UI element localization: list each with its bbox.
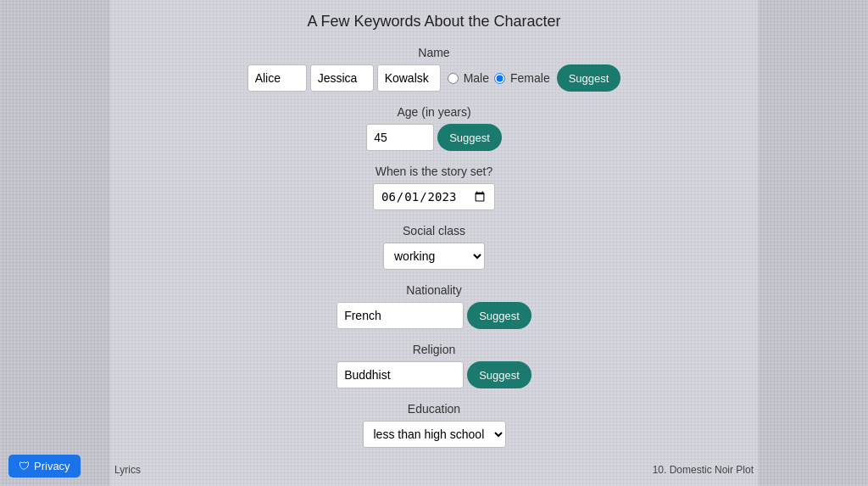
- age-row: Suggest: [366, 124, 502, 151]
- gender-radio-group: Male Female: [448, 71, 550, 85]
- male-label: Male: [464, 71, 489, 85]
- education-row: less than high school high school some c…: [363, 421, 506, 448]
- male-radio[interactable]: [448, 73, 459, 84]
- story-date-label: When is the story set?: [376, 165, 493, 178]
- education-label: Education: [408, 402, 460, 416]
- education-section: Education less than high school high sch…: [127, 402, 741, 448]
- religion-row: Suggest: [337, 361, 531, 388]
- privacy-button[interactable]: 🛡 Privacy: [8, 455, 81, 478]
- social-class-select[interactable]: lower working middle upper-middle upper: [383, 243, 485, 270]
- bottom-right-text: 10. Domestic Noir Plot: [653, 464, 754, 476]
- religion-section: Religion Suggest: [127, 343, 741, 388]
- nationality-suggest-button[interactable]: Suggest: [467, 302, 531, 329]
- first-name-input[interactable]: [248, 64, 307, 92]
- religion-input[interactable]: [337, 361, 464, 388]
- age-input[interactable]: [366, 124, 434, 151]
- female-label: Female: [510, 71, 550, 85]
- female-radio[interactable]: [494, 73, 505, 84]
- right-panel: [758, 0, 868, 486]
- age-section: Age (in years) Suggest: [127, 105, 741, 151]
- name-section: Name Male Female Suggest: [127, 46, 741, 92]
- name-label: Name: [418, 46, 449, 59]
- shield-icon: 🛡: [19, 460, 30, 472]
- education-select[interactable]: less than high school high school some c…: [363, 421, 506, 448]
- lyrics-text: Lyrics: [114, 464, 141, 476]
- story-date-section: When is the story set?: [127, 165, 741, 210]
- age-label: Age (in years): [397, 105, 470, 119]
- social-class-label: Social class: [403, 224, 465, 237]
- story-date-row: [373, 183, 495, 210]
- story-date-input[interactable]: [373, 183, 495, 210]
- age-suggest-button[interactable]: Suggest: [437, 124, 502, 151]
- name-suggest-button[interactable]: Suggest: [557, 64, 621, 92]
- left-panel: [0, 0, 110, 486]
- social-class-row: lower working middle upper-middle upper: [383, 243, 485, 270]
- page-title: A Few Keywords About the Character: [307, 13, 560, 31]
- nationality-section: Nationality Suggest: [127, 283, 741, 329]
- religion-label: Religion: [413, 343, 456, 356]
- privacy-label: Privacy: [34, 460, 70, 472]
- religion-suggest-button[interactable]: Suggest: [467, 361, 531, 388]
- name-row: Male Female Suggest: [248, 64, 621, 92]
- last-name-input[interactable]: [377, 64, 441, 92]
- main-content: A Few Keywords About the Character Name …: [110, 0, 758, 486]
- nationality-row: Suggest: [337, 302, 531, 329]
- nationality-input[interactable]: [337, 302, 464, 329]
- social-class-section: Social class lower working middle upper-…: [127, 224, 741, 270]
- nationality-label: Nationality: [406, 283, 461, 297]
- middle-name-input[interactable]: [310, 64, 374, 92]
